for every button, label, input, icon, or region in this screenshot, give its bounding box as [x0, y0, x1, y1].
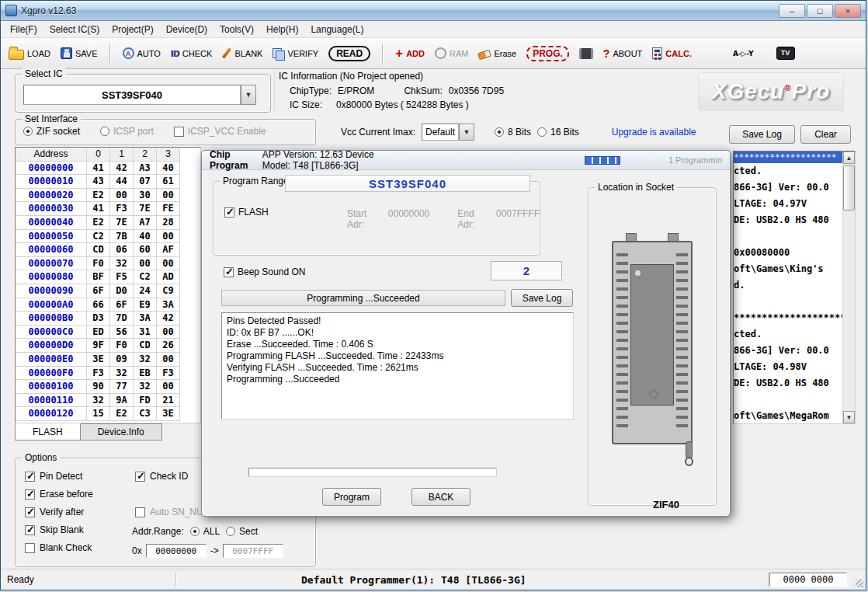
hex-byte-cell[interactable]: 3A	[134, 312, 157, 326]
about-button[interactable]: ? ABOUT	[603, 47, 642, 60]
hex-byte-cell[interactable]: CD	[134, 339, 157, 353]
option-checkbox[interactable]: Pin Detect	[25, 471, 93, 482]
hex-byte-cell[interactable]: 60	[134, 243, 157, 257]
menu-item[interactable]: Device(D)	[160, 22, 214, 37]
dialog-title-bar[interactable]: Chip Program APP Version: 12.63 Device M…	[202, 151, 730, 170]
hex-byte-cell[interactable]: 42	[110, 162, 134, 176]
hex-byte-cell[interactable]: 00	[110, 189, 134, 203]
hex-byte-cell[interactable]: 7D	[110, 312, 134, 326]
menu-item[interactable]: Tools(V)	[214, 22, 260, 37]
check-id-checkbox[interactable]: Check ID	[135, 471, 188, 482]
hex-byte-cell[interactable]: 21	[157, 394, 180, 408]
save-button[interactable]: SAVE	[61, 47, 98, 59]
addr-all-radio[interactable]: ALL	[190, 526, 220, 537]
hex-byte-cell[interactable]: F0	[87, 257, 110, 271]
option-checkbox[interactable]: Erase before	[25, 489, 93, 500]
hex-byte-cell[interactable]: 00	[157, 257, 180, 271]
hex-address-cell[interactable]: 00000090	[16, 284, 87, 298]
hex-byte-cell[interactable]: 9F	[87, 339, 110, 353]
hex-byte-cell[interactable]: 90	[87, 380, 110, 394]
verify-button[interactable]: VERIFY	[273, 48, 318, 59]
load-button[interactable]: LOAD	[9, 47, 50, 60]
hex-byte-cell[interactable]: 00	[157, 326, 180, 340]
hex-byte-cell[interactable]: 6F	[110, 298, 134, 312]
hex-byte-cell[interactable]: 66	[87, 298, 110, 312]
scroll-up-icon[interactable]: ▲	[843, 151, 855, 164]
device-log-panel[interactable]: ******************** cted.866-3G] Ver: 0…	[733, 151, 856, 424]
hex-address-cell[interactable]: 00000040	[16, 216, 87, 230]
hex-address-cell[interactable]: 000000E0	[16, 353, 87, 367]
hex-byte-cell[interactable]: C2	[87, 230, 110, 244]
hex-byte-cell[interactable]: E2	[110, 407, 134, 421]
hex-address-cell[interactable]: 00000060	[16, 243, 87, 257]
hex-byte-cell[interactable]: CD	[87, 243, 110, 257]
hex-byte-cell[interactable]: FE	[157, 202, 180, 216]
hex-byte-cell[interactable]: 07	[134, 175, 157, 189]
beep-sound-checkbox[interactable]: Beep Sound ON	[224, 266, 305, 277]
tab-flash[interactable]: FLASH	[15, 423, 81, 441]
hex-byte-cell[interactable]: 00	[157, 353, 180, 367]
hex-address-cell[interactable]: 00000120	[16, 407, 87, 421]
hex-address-cell[interactable]: 000000A0	[16, 298, 87, 312]
hex-address-cell[interactable]: 00000020	[16, 189, 87, 203]
chevron-down-icon[interactable]: ▼	[459, 124, 474, 141]
dialog-save-log-button[interactable]: Save Log	[511, 289, 573, 307]
check-button[interactable]: ID CHECK	[171, 49, 213, 58]
hex-address-cell[interactable]: 00000080	[16, 270, 87, 284]
hex-byte-cell[interactable]: 00	[134, 257, 157, 271]
add-button[interactable]: + ADD	[395, 48, 425, 59]
hex-byte-cell[interactable]: 31	[134, 326, 157, 340]
hex-byte-cell[interactable]: F3	[110, 202, 134, 216]
hex-byte-cell[interactable]: C3	[134, 407, 157, 421]
hex-byte-cell[interactable]: A7	[134, 216, 157, 230]
scrollbar-thumb[interactable]	[843, 165, 855, 211]
option-checkbox[interactable]: Blank Check	[25, 542, 93, 553]
hex-address-cell[interactable]: 00000010	[16, 175, 87, 189]
hex-byte-cell[interactable]: ED	[87, 326, 110, 340]
hex-byte-cell[interactable]: 00	[157, 230, 180, 244]
hex-byte-cell[interactable]: 3A	[157, 298, 180, 312]
hex-byte-cell[interactable]: 9A	[110, 394, 134, 408]
maximize-button[interactable]: □	[807, 4, 833, 18]
hex-byte-cell[interactable]: 42	[157, 312, 180, 326]
hex-byte-cell[interactable]: E2	[87, 216, 110, 230]
hex-byte-cell[interactable]: F3	[87, 367, 110, 381]
hex-byte-cell[interactable]: 32	[134, 380, 157, 394]
blank-button[interactable]: BLANK	[222, 47, 262, 59]
hex-address-cell[interactable]: 000000F0	[16, 367, 87, 381]
hex-byte-cell[interactable]: 7E	[134, 202, 157, 216]
hex-byte-cell[interactable]: 6F	[87, 284, 110, 298]
hex-byte-cell[interactable]: 40	[157, 162, 180, 176]
hex-byte-cell[interactable]: 32	[110, 367, 134, 381]
minimize-button[interactable]: –	[779, 4, 805, 18]
menu-item[interactable]: Select IC(S)	[43, 22, 106, 37]
hex-byte-cell[interactable]: AF	[157, 243, 180, 257]
bits8-radio[interactable]: 8 Bits	[495, 127, 531, 138]
clear-button[interactable]: Clear	[800, 125, 851, 144]
close-button[interactable]: ×	[835, 4, 861, 18]
hex-byte-cell[interactable]: 30	[134, 189, 157, 203]
back-button[interactable]: BACK	[411, 488, 470, 506]
hex-byte-cell[interactable]: 44	[110, 175, 134, 189]
hex-byte-cell[interactable]: 26	[157, 339, 180, 353]
logic-button[interactable]: A-▷-Y	[733, 50, 754, 57]
hex-byte-cell[interactable]: 77	[110, 380, 134, 394]
hex-byte-cell[interactable]: F0	[110, 339, 134, 353]
hex-byte-cell[interactable]: 7B	[110, 230, 134, 244]
ic-combo-value[interactable]: SST39SF040	[23, 85, 241, 105]
hex-address-cell[interactable]: 00000030	[16, 202, 87, 216]
ic-combo[interactable]: SST39SF040 ▼	[23, 85, 256, 105]
hex-address-cell[interactable]: 000000D0	[16, 339, 87, 353]
hex-address-cell[interactable]: 00000100	[16, 380, 87, 394]
prog-button[interactable]: PROG.	[526, 46, 569, 61]
hex-byte-cell[interactable]: E9	[134, 298, 157, 312]
hex-byte-cell[interactable]: D3	[87, 312, 110, 326]
hex-byte-cell[interactable]: F5	[110, 270, 134, 284]
calc-button[interactable]: CALC.	[652, 47, 692, 59]
vcc-current-value[interactable]: Default	[422, 124, 459, 141]
resize-grip[interactable]	[856, 580, 863, 587]
erase-button[interactable]: Erase	[478, 48, 516, 58]
hex-byte-cell[interactable]: 3E	[87, 353, 110, 367]
save-log-button[interactable]: Save Log	[729, 125, 795, 144]
hex-address-cell[interactable]: 00000110	[16, 394, 87, 408]
